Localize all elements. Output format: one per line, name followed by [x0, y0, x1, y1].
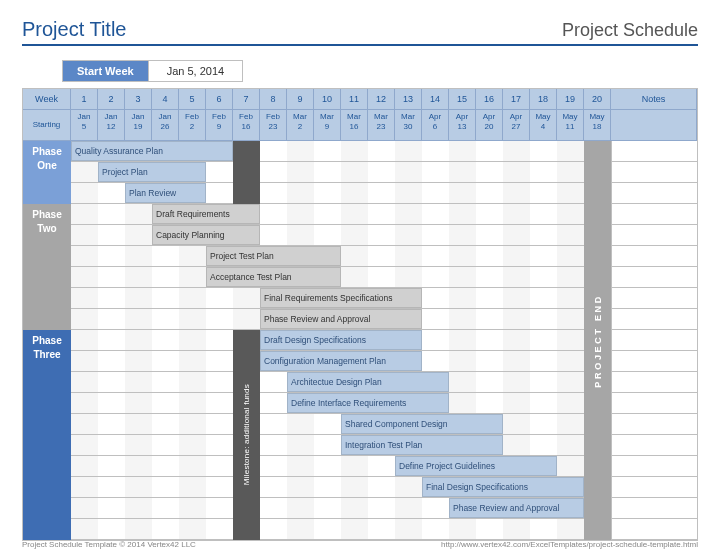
notes-cell[interactable] [611, 162, 697, 183]
notes-cell[interactable] [611, 225, 697, 246]
timeline-row: Phase Review and Approval [71, 498, 611, 519]
week-num-7: 7 [233, 89, 260, 109]
phase-two-block: Phase Two [23, 204, 71, 330]
timeline-row: Shared Component Design [71, 414, 611, 435]
schedule-grid: Week 1234567891011121314151617181920 Not… [22, 88, 698, 541]
week-date-3: Jan19 [125, 110, 152, 140]
week-date-4: Jan26 [152, 110, 179, 140]
week-num-2: 2 [98, 89, 125, 109]
gantt-bar[interactable]: Shared Component Design [341, 414, 503, 434]
schedule-title: Project Schedule [562, 20, 698, 41]
week-num-17: 17 [503, 89, 530, 109]
week-date-14: Apr6 [422, 110, 449, 140]
week-num-18: 18 [530, 89, 557, 109]
gantt-bar[interactable]: Final Requirements Specifications [260, 288, 422, 308]
notes-cell[interactable] [611, 456, 697, 477]
gantt-bar[interactable]: Architectue Design Plan [287, 372, 449, 392]
week-date-2: Jan12 [98, 110, 125, 140]
week-num-6: 6 [206, 89, 233, 109]
notes-cell[interactable] [611, 351, 697, 372]
week-num-8: 8 [260, 89, 287, 109]
week-date-16: Apr20 [476, 110, 503, 140]
timeline-row: Final Requirements Specifications [71, 288, 611, 309]
header-row-starting: Starting Jan5Jan12Jan19Jan26Feb2Feb9Feb1… [23, 110, 697, 141]
notes-cell[interactable] [611, 288, 697, 309]
timeline-row: Phase Review and Approval [71, 309, 611, 330]
notes-cell[interactable] [611, 414, 697, 435]
notes-cell[interactable] [611, 477, 697, 498]
milestone-marker [233, 141, 260, 204]
timeline-area: Milestone: additional funds PROJECT END … [71, 141, 611, 540]
timeline-row: Draft Design Specifications [71, 330, 611, 351]
gantt-bar[interactable]: Phase Review and Approval [260, 309, 422, 329]
gantt-bar[interactable]: Draft Requirements [152, 204, 260, 224]
week-num-4: 4 [152, 89, 179, 109]
notes-cell[interactable] [611, 393, 697, 414]
week-date-1: Jan5 [71, 110, 98, 140]
week-label-header: Week [23, 89, 71, 109]
week-date-19: May11 [557, 110, 584, 140]
week-date-17: Apr27 [503, 110, 530, 140]
footer-copyright: Project Schedule Template © 2014 Vertex4… [22, 540, 196, 549]
timeline-row: Capacity Planning [71, 225, 611, 246]
week-date-9: Mar2 [287, 110, 314, 140]
gantt-bar[interactable]: Define Interface Requirements [287, 393, 449, 413]
week-date-8: Feb23 [260, 110, 287, 140]
week-num-1: 1 [71, 89, 98, 109]
timeline-row: Acceptance Test Plan [71, 267, 611, 288]
project-end-marker: PROJECT END [584, 141, 611, 540]
start-week-row: Start Week Jan 5, 2014 [62, 60, 698, 82]
notes-cell[interactable] [611, 330, 697, 351]
week-num-3: 3 [125, 89, 152, 109]
timeline-row: Define Project Guidelines [71, 456, 611, 477]
notes-header: Notes [611, 89, 697, 109]
gantt-bar[interactable]: Project Plan [98, 162, 206, 182]
gantt-bar[interactable]: Plan Review [125, 183, 206, 203]
start-week-value[interactable]: Jan 5, 2014 [149, 60, 244, 82]
notes-cell[interactable] [611, 141, 697, 162]
gantt-bar[interactable]: Integration Test Plan [341, 435, 503, 455]
footer-url: http://www.vertex42.com/ExcelTemplates/p… [441, 540, 698, 549]
timeline-row: Project Test Plan [71, 246, 611, 267]
week-num-9: 9 [287, 89, 314, 109]
gantt-bar[interactable]: Acceptance Test Plan [206, 267, 341, 287]
timeline-row: Plan Review [71, 183, 611, 204]
header-row-week: Week 1234567891011121314151617181920 Not… [23, 89, 697, 110]
notes-cell[interactable] [611, 267, 697, 288]
week-num-12: 12 [368, 89, 395, 109]
notes-cell[interactable] [611, 498, 697, 519]
gantt-bar[interactable]: Final Design Specifications [422, 477, 584, 497]
notes-cell[interactable] [611, 183, 697, 204]
week-num-13: 13 [395, 89, 422, 109]
week-num-20: 20 [584, 89, 611, 109]
week-num-14: 14 [422, 89, 449, 109]
week-date-5: Feb2 [179, 110, 206, 140]
week-date-7: Feb16 [233, 110, 260, 140]
gantt-bar[interactable]: Phase Review and Approval [449, 498, 584, 518]
timeline-row: Define Interface Requirements [71, 393, 611, 414]
phase-three-block: Phase Three [23, 330, 71, 540]
gantt-bar[interactable]: Define Project Guidelines [395, 456, 557, 476]
notes-cell[interactable] [611, 204, 697, 225]
week-date-15: Apr13 [449, 110, 476, 140]
phases-column: Phase One Phase Two Phase Three [23, 141, 71, 540]
timeline-row: Draft Requirements [71, 204, 611, 225]
notes-cell[interactable] [611, 435, 697, 456]
timeline-row: Final Design Specifications [71, 477, 611, 498]
notes-cell[interactable] [611, 519, 697, 540]
milestone-marker: Milestone: additional funds [233, 330, 260, 540]
week-num-19: 19 [557, 89, 584, 109]
notes-cell[interactable] [611, 372, 697, 393]
gantt-bar[interactable]: Capacity Planning [152, 225, 260, 245]
starting-label-header: Starting [23, 110, 71, 140]
timeline-row: Integration Test Plan [71, 435, 611, 456]
gantt-bar[interactable]: Draft Design Specifications [260, 330, 422, 350]
notes-cell[interactable] [611, 246, 697, 267]
timeline-row [71, 519, 611, 540]
week-date-13: Mar30 [395, 110, 422, 140]
project-title: Project Title [22, 18, 126, 41]
gantt-bar[interactable]: Project Test Plan [206, 246, 341, 266]
gantt-bar[interactable]: Configuration Management Plan [260, 351, 422, 371]
notes-cell[interactable] [611, 309, 697, 330]
gantt-bar[interactable]: Quality Assurance Plan [71, 141, 233, 161]
